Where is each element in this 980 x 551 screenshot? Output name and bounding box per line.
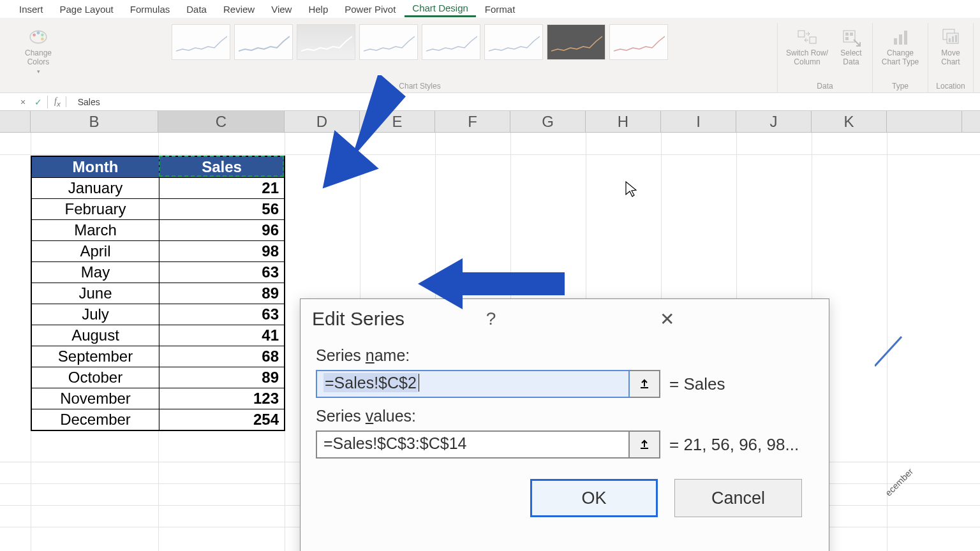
tab-format[interactable]: Format — [477, 2, 523, 17]
tab-formulas[interactable]: Formulas — [122, 2, 178, 17]
style-thumb[interactable] — [234, 24, 293, 60]
col-I[interactable]: I — [661, 111, 736, 132]
svg-rect-5 — [798, 31, 805, 37]
close-icon[interactable]: ✕ — [660, 309, 817, 330]
dialog-title-text: Edit Series — [312, 308, 470, 330]
style-thumb[interactable] — [609, 24, 668, 60]
data-group-label: Data — [817, 82, 833, 93]
style-thumb[interactable] — [297, 24, 355, 60]
col-E[interactable]: E — [360, 111, 435, 132]
ribbon-group-location: Move Chart Location — [928, 23, 974, 93]
cancel-button[interactable]: Cancel — [674, 479, 802, 517]
cell[interactable]: 254 — [160, 409, 284, 430]
svg-rect-18 — [955, 35, 957, 42]
tab-view[interactable]: View — [264, 2, 299, 17]
header-sales[interactable]: Sales — [160, 157, 284, 177]
tab-power-pivot[interactable]: Power Pivot — [337, 2, 403, 17]
range-picker-icon[interactable] — [630, 430, 660, 459]
cell[interactable]: January — [32, 178, 160, 198]
cell[interactable]: 89 — [160, 283, 284, 304]
change-colors-button[interactable]: Change Colors ▾ — [19, 23, 57, 75]
type-group-label: Type — [892, 82, 909, 93]
col-H[interactable]: H — [586, 111, 661, 132]
cell[interactable]: 41 — [160, 325, 284, 346]
tab-help[interactable]: Help — [301, 2, 336, 17]
svg-point-1 — [33, 33, 36, 36]
style-thumb[interactable] — [484, 24, 543, 60]
tab-insert[interactable]: Insert — [11, 2, 51, 17]
series-values-input[interactable]: =Sales!$C$3:$C$14 — [316, 430, 630, 459]
cell[interactable]: November — [32, 388, 160, 409]
ok-button[interactable]: OK — [530, 479, 658, 517]
svg-point-3 — [41, 33, 44, 36]
table-row: March96 — [32, 220, 284, 241]
col-C[interactable]: C — [158, 111, 285, 132]
col-A[interactable] — [0, 111, 31, 132]
col-J[interactable]: J — [736, 111, 812, 132]
cell[interactable]: February — [32, 199, 160, 219]
cell[interactable]: March — [32, 220, 160, 240]
svg-rect-11 — [894, 38, 897, 45]
change-colors-label: Change Colors — [19, 48, 57, 67]
cell[interactable]: July — [32, 304, 160, 325]
change-chart-type-button[interactable]: Change Chart Type — [878, 23, 923, 67]
series-name-result: = Sales — [669, 374, 725, 394]
change-chart-type-label: Change Chart Type — [878, 48, 923, 67]
formula-input[interactable]: Sales — [73, 97, 100, 107]
tab-page-layout[interactable]: Page Layout — [52, 2, 121, 17]
style-thumb[interactable] — [422, 24, 480, 60]
cell[interactable]: October — [32, 367, 160, 388]
style-thumb[interactable] — [359, 24, 418, 60]
switch-row-column-button[interactable]: Switch Row/ Column — [783, 23, 831, 67]
table-row: December254 — [32, 409, 284, 430]
series-values-label: Series values: — [316, 407, 813, 425]
select-data-button[interactable]: Select Data — [835, 23, 867, 67]
header-month[interactable]: Month — [32, 157, 160, 177]
cell[interactable]: 63 — [160, 304, 284, 325]
col-L[interactable] — [887, 111, 962, 132]
chart-styles-gallery[interactable] — [172, 23, 668, 60]
range-picker-icon[interactable] — [630, 370, 660, 398]
table-row: October89 — [32, 367, 284, 388]
cell[interactable]: 21 — [160, 178, 284, 198]
cell[interactable]: 68 — [160, 346, 284, 367]
tab-data[interactable]: Data — [179, 2, 214, 17]
col-B[interactable]: B — [31, 111, 158, 132]
cell[interactable]: 96 — [160, 220, 284, 240]
spreadsheet-grid[interactable]: Month Sales January21 February56 March96… — [0, 133, 980, 551]
cell[interactable]: June — [32, 283, 160, 304]
ribbon-tabs: Insert Page Layout Formulas Data Review … — [0, 0, 980, 18]
style-thumb[interactable] — [172, 24, 230, 60]
tab-chart-design[interactable]: Chart Design — [405, 1, 476, 17]
move-chart-button[interactable]: Move Chart — [933, 23, 968, 67]
style-thumb[interactable] — [547, 24, 605, 60]
help-icon[interactable]: ? — [486, 309, 644, 329]
cell[interactable]: April — [32, 241, 160, 261]
fx-icon[interactable]: fx — [49, 96, 66, 108]
col-K[interactable]: K — [812, 111, 887, 132]
cell[interactable]: 56 — [160, 199, 284, 219]
table-row: May63 — [32, 262, 284, 283]
cell[interactable]: December — [32, 409, 160, 430]
col-D[interactable]: D — [285, 111, 360, 132]
switch-row-column-label: Switch Row/ Column — [783, 48, 831, 67]
cancel-icon[interactable]: × — [15, 97, 31, 107]
cell[interactable]: 98 — [160, 241, 284, 261]
column-headers: B C D E F G H I J K — [0, 111, 980, 133]
cell[interactable]: May — [32, 262, 160, 283]
col-F[interactable]: F — [435, 111, 510, 132]
cell[interactable]: 63 — [160, 262, 284, 283]
cell[interactable]: 89 — [160, 367, 284, 388]
col-G[interactable]: G — [510, 111, 586, 132]
table-row: November123 — [32, 388, 284, 409]
cell[interactable]: September — [32, 346, 160, 367]
series-name-label: Series name: — [316, 346, 813, 365]
cell[interactable]: 123 — [160, 388, 284, 409]
chart-styles-label: Chart Styles — [399, 82, 440, 93]
cell[interactable]: August — [32, 325, 160, 346]
chevron-down-icon: ▾ — [37, 68, 40, 75]
series-name-input[interactable]: =Sales!$C$2 — [316, 370, 630, 398]
svg-rect-7 — [843, 31, 855, 42]
tab-review[interactable]: Review — [216, 2, 262, 17]
enter-icon[interactable]: ✓ — [31, 97, 46, 107]
